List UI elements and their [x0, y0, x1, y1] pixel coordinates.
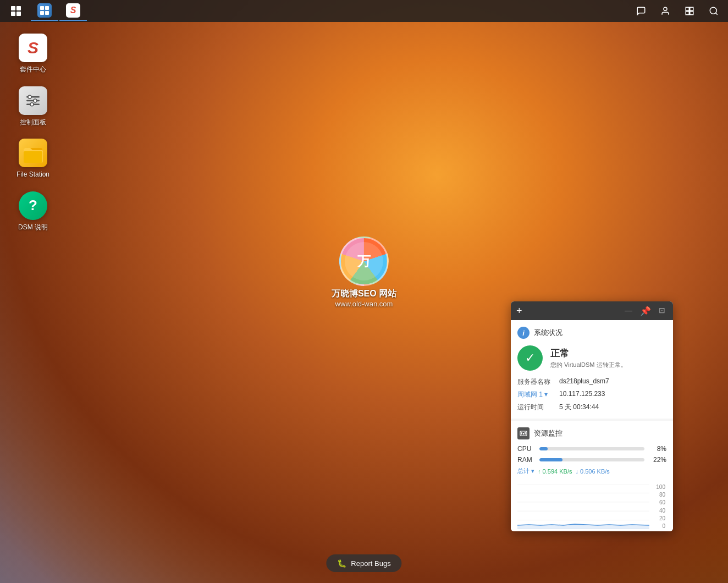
status-text-block: 正常 您的 VirtualDSM 运转正常。 — [550, 347, 627, 369]
desktop-icon-package-center[interactable]: S 套件中心 — [11, 30, 55, 78]
chart-area: 100 80 60 40 20 0 — [511, 482, 673, 531]
dsm-help-icon: ? — [19, 191, 47, 220]
svg-rect-4 — [690, 12, 693, 15]
server-name-value: ds218plus_dsm7 — [559, 377, 666, 387]
status-row: ✓ 正常 您的 VirtualDSM 运转正常。 — [517, 345, 666, 371]
uptime-label: 运行时间 — [517, 403, 550, 412]
ram-bar-fill — [539, 458, 562, 461]
widget-controls: — 📌 ⊡ — [622, 305, 668, 317]
widget-pin-button[interactable]: 📌 — [638, 305, 653, 317]
system-status-header: i 系统状况 — [517, 327, 666, 339]
network-value: 10.117.125.233 — [559, 390, 666, 399]
server-name-label: 服务器名称 — [517, 377, 550, 387]
package-center-label: 套件中心 — [20, 65, 46, 74]
svg-rect-2 — [690, 7, 693, 10]
taskbar-app-1[interactable] — [31, 1, 58, 21]
taskbar: S — [0, 0, 728, 22]
svg-point-12 — [30, 102, 34, 106]
svg-point-0 — [664, 7, 667, 10]
cpu-label: CPU — [517, 445, 534, 453]
network-stats: 总计 ▾ ↑ 0.594 KB/s ↓ 0.506 KB/s — [517, 467, 666, 475]
check-mark: ✓ — [525, 351, 535, 365]
taskbar-left: S — [0, 1, 87, 21]
desktop-icon-control-panel[interactable]: 控制面板 — [11, 83, 55, 130]
download-speed: ↓ 0.506 KB/s — [575, 468, 609, 475]
svg-rect-8 — [26, 100, 40, 101]
svg-point-5 — [710, 7, 716, 14]
dsm-help-label: DSM 说明 — [18, 223, 48, 232]
svg-rect-14 — [24, 151, 42, 163]
taskbar-right — [629, 1, 728, 21]
svg-point-10 — [28, 95, 31, 98]
control-panel-label: 控制面板 — [20, 118, 46, 127]
system-widget: + — 📌 ⊡ i 系统状况 ✓ 正常 您的 VirtualDSM 运转正常。 … — [511, 301, 673, 531]
system-status-title: 系统状况 — [534, 328, 562, 338]
widget-minimize-button[interactable]: — — [622, 305, 635, 317]
svg-rect-18 — [525, 432, 526, 435]
resource-monitor-icon — [517, 427, 530, 439]
info-icon: i — [517, 327, 530, 339]
system-status-section: i 系统状况 ✓ 正常 您的 VirtualDSM 运转正常。 服务器名称 ds… — [511, 320, 673, 419]
status-description: 您的 VirtualDSM 运转正常。 — [550, 361, 627, 369]
bug-icon: 🐛 — [337, 559, 346, 568]
resource-chart — [517, 484, 666, 529]
info-grid: 服务器名称 ds218plus_dsm7 周域网 1 ▾ 10.117.125.… — [517, 377, 666, 412]
svg-rect-1 — [686, 7, 689, 10]
desktop-icon-dsm-help[interactable]: ? DSM 说明 — [11, 188, 55, 235]
ram-bar-track — [539, 458, 644, 461]
total-label[interactable]: 总计 ▾ — [517, 467, 534, 475]
chart-y-labels: 100 80 60 40 20 0 — [656, 484, 665, 529]
cpu-bar-fill — [539, 447, 548, 450]
resource-monitor-title: 资源监控 — [534, 428, 562, 438]
upload-speed: ↑ 0.594 KB/s — [538, 468, 572, 475]
user-button[interactable] — [653, 1, 677, 21]
cpu-bar-track — [539, 447, 644, 450]
ram-label: RAM — [517, 456, 534, 464]
main-menu-button[interactable] — [2, 1, 30, 21]
resource-header: 资源监控 — [517, 427, 666, 439]
ram-bar-row: RAM 22% — [517, 456, 666, 464]
search-button[interactable] — [702, 1, 726, 21]
cpu-percentage: 8% — [650, 445, 666, 453]
file-station-label: File Station — [16, 170, 49, 179]
file-station-icon — [19, 139, 47, 167]
status-check-icon: ✓ — [517, 345, 543, 371]
svg-rect-17 — [523, 433, 524, 435]
svg-rect-3 — [686, 12, 689, 15]
status-ok-text: 正常 — [550, 347, 627, 360]
widget-titlebar: + — 📌 ⊡ — [511, 301, 673, 320]
widget-restore-button[interactable]: ⊡ — [657, 305, 668, 317]
svg-point-11 — [34, 99, 37, 102]
taskbar-app-2[interactable]: S — [59, 1, 87, 21]
package-center-icon: S — [19, 34, 47, 62]
desktop-icon-file-station[interactable]: File Station — [11, 135, 55, 183]
resource-monitor-section: 资源监控 CPU 8% RAM 22% 总计 ▾ ↑ 0.594 KB/s ↓ … — [511, 421, 673, 482]
report-bugs-label: Report Bugs — [351, 559, 390, 568]
svg-line-6 — [715, 13, 717, 14]
uptime-value: 5 天 00:34:44 — [559, 403, 666, 412]
svg-rect-16 — [521, 432, 522, 435]
ram-percentage: 22% — [650, 456, 666, 464]
grid-icon — [11, 6, 21, 16]
cpu-bar-row: CPU 8% — [517, 445, 666, 453]
notifications-button[interactable] — [629, 1, 653, 21]
report-bugs-button[interactable]: 🐛 Report Bugs — [326, 554, 401, 572]
desktop-icons-container: S 套件中心 控制面板 — [11, 30, 55, 235]
windows-button[interactable] — [677, 1, 702, 21]
widget-add-button[interactable]: + — [516, 305, 522, 317]
control-panel-icon — [19, 86, 47, 115]
network-label[interactable]: 周域网 1 ▾ — [517, 390, 550, 399]
